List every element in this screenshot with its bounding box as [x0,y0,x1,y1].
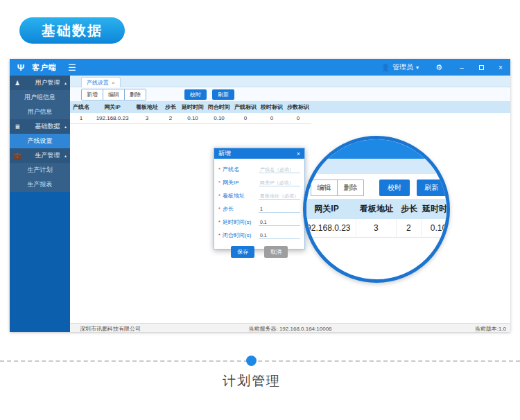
sidebar-item-production-plan[interactable]: 生产计划 [10,163,70,177]
section-pill: 基础数据 [19,17,125,44]
status-bar: 深圳市讯鹏科技有限公司 当前服务器: 192.168.0.164:10006 当… [70,323,510,332]
form-row: * 产线名 [218,163,300,176]
magnified-edit-button: 编辑 [311,180,338,196]
server-label: 当前服务器: 192.168.0.164:10006 [248,325,331,332]
table-header-cell: 步长 [162,101,180,113]
table-cell: 3 [132,113,162,124]
table-row[interactable]: 1 192.168.0.23 3 2 0.10 0.10 0 0 0 [70,113,510,124]
cancel-button[interactable]: 取消 [264,246,288,258]
dialog-titlebar: 新增 × [214,148,304,159]
sidebar-item-user-management[interactable]: ♟ 用户管理 ▴ [10,76,70,90]
add-button[interactable]: 新增 [82,89,103,100]
chevron-down-icon: ▾ [416,64,419,71]
table-header-cell: 产线标识 [232,101,259,113]
delete-button[interactable]: 删除 [125,89,146,100]
magnified-delete-button: 删除 [338,180,365,196]
chevron-up-icon: ▴ [64,80,67,85]
app-title: 客户端 [32,62,57,73]
dashed-divider [0,360,520,362]
gear-icon[interactable]: ⚙ [426,63,452,72]
monitor-icon: 🖥 [10,123,25,130]
table-cell: 0.10 [206,113,232,124]
sidebar-item-user-group-info[interactable]: 用户组信息 [10,90,70,105]
app-logo-icon: Ψ [15,62,26,73]
sidebar-item-basic-data[interactable]: 🖥 基础数据 ▴ [10,119,70,134]
sidebar-item-production-report[interactable]: 生产报表 [10,177,70,192]
hamburger-menu-icon[interactable]: ☰ [68,63,76,72]
table-cell: 0 [285,113,311,124]
refresh-button[interactable]: 刷新 [212,89,234,100]
form-row: * 网关IP [218,176,300,189]
magnified-cell: 3 [356,219,397,238]
table-cell: 0.10 [180,113,206,124]
table-header-cell: 产线名 [70,101,92,113]
table-header-row: 产线名 网关IP 看板地址 步长 延时时间 闭合时间 产线标识 校时标识 步数标… [70,101,510,113]
version-label: 当前版本:1.0 [475,325,506,332]
magnified-header-cell: 步长 [397,199,422,219]
line-name-field[interactable] [259,166,300,173]
gateway-ip-field[interactable] [259,180,300,186]
chevron-up-icon: ▴ [64,124,67,129]
user-menu[interactable]: 👤 管理员 ▾ [374,62,426,72]
table-cell: 0 [232,113,259,124]
form-row: * 步长 [218,202,300,216]
table-cell: 192.168.0.23 [92,113,132,124]
titlebar: Ψ 客户端 ☰ 👤 管理员 ▾ ⚙ – × [10,59,510,76]
magnifier-callout: 编辑 删除 校时 刷新 网关IP 看板地址 步长 延时时间 192.168.0.… [303,136,450,283]
section-caption: 计划管理 [0,372,503,390]
magnified-header-cell: 看板地址 [356,199,397,219]
tab-strip: 产线设置 × [70,76,510,87]
calibrate-time-button[interactable]: 校时 [184,89,207,100]
table-header-cell: 校时标识 [259,101,285,113]
user-label: 管理员 [392,62,413,72]
table-header-cell: 延时时间 [180,101,206,113]
table-header-cell: 步数标识 [285,101,311,113]
table-cell: 2 [162,113,180,124]
magnified-cell: 2 [397,219,422,238]
magnified-calibrate-button: 校时 [379,180,409,196]
save-button[interactable]: 保存 [231,246,254,258]
form-row: * 延时时间(s) [218,216,300,229]
magnified-refresh-button: 刷新 [417,180,447,196]
add-dialog: 新增 × * 产线名 * 网关IP * 看板地址 * 步长 [214,148,305,250]
briefcase-icon: 💼 [10,152,25,159]
form-row: * 闭合时间(s) [218,229,300,242]
user-icon: 👤 [381,64,390,71]
minimize-button[interactable]: – [452,59,471,76]
magnified-table: 网关IP 看板地址 步长 延时时间 192.168.0.23 3 2 0.10 [303,199,450,238]
dialog-close-icon[interactable]: × [297,150,300,157]
table-cell: 0 [259,113,285,124]
timeline-dot [246,356,257,366]
tab-close-icon[interactable]: × [112,80,115,86]
step-field[interactable] [259,206,300,213]
table-header-cell: 网关IP [92,101,132,113]
sidebar: ♟ 用户管理 ▴ 用户组信息 用户信息 🖥 基础数据 ▴ 产线设置 [10,76,70,332]
magnified-tabstrip [303,159,450,174]
magnified-header-cell: 网关IP [303,199,356,219]
sidebar-item-production-management[interactable]: 💼 生产管理 ▴ [10,148,70,163]
table-header-cell: 闭合时间 [206,101,232,113]
chevron-up-icon: ▴ [64,153,67,158]
table-header-cell: 看板地址 [132,101,162,113]
close-button[interactable]: × [491,59,510,76]
sidebar-item-user-info[interactable]: 用户信息 [10,105,70,119]
sidebar-item-line-settings[interactable]: 产线设置 [10,134,70,148]
close-time-field[interactable] [259,232,300,239]
magnified-header-cell: 延时时间 [422,199,450,219]
tab-line-settings[interactable]: 产线设置 × [81,77,121,87]
company-label: 深圳市讯鹏科技有限公司 [80,325,141,332]
data-table: 产线名 网关IP 看板地址 步长 延时时间 闭合时间 产线标识 校时标识 步数标… [70,101,510,124]
form-row: * 看板地址 [218,189,300,202]
users-icon: ♟ [10,80,25,87]
restore-button[interactable] [471,59,491,76]
dialog-title: 新增 [218,149,231,158]
delay-time-field[interactable] [259,219,300,226]
magnified-cell: 192.168.0.23 [303,219,356,238]
board-address-field[interactable] [259,193,300,200]
toolbar: 新增 编辑 删除 校时 刷新 [70,87,510,101]
edit-button[interactable]: 编辑 [103,89,125,100]
page: 基础数据 Ψ 客户端 ☰ 👤 管理员 ▾ ⚙ – × [0,0,520,420]
table-cell: 1 [70,113,92,124]
